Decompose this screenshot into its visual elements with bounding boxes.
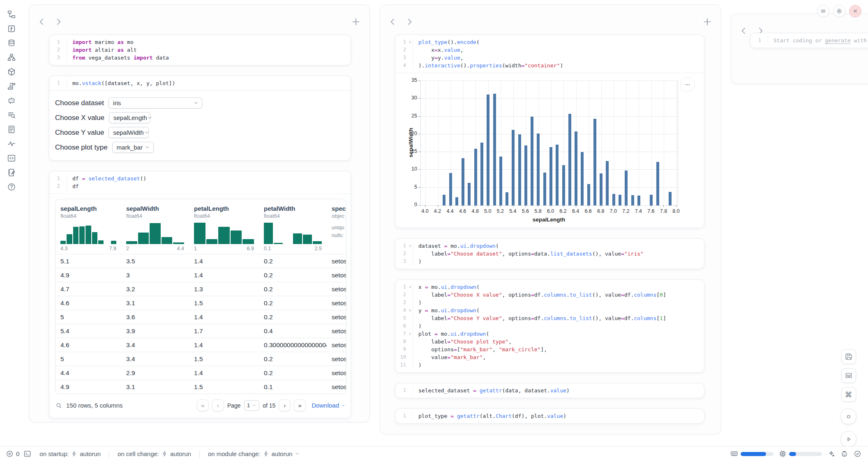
dropdown-dataset[interactable]: iris [108, 97, 202, 108]
chevron-right-icon[interactable] [404, 16, 415, 27]
fold-chevron-icon[interactable]: ∨ [408, 38, 413, 46]
notebook-cell: 1∨dataset = mo.ui.dropdown(2 label="Choo… [395, 238, 704, 269]
table-cell: 5 [55, 310, 121, 324]
code-editor[interactable]: 1plot_type = getattr(alt.Chart(df), plot… [395, 409, 704, 423]
stop-button[interactable] [840, 408, 856, 424]
dropdown-plot-type[interactable]: mark_bar [112, 142, 154, 153]
sidebar-item-chatbot[interactable] [7, 96, 16, 105]
menu-button[interactable] [817, 5, 829, 17]
stop-icon [845, 413, 852, 420]
add-cell-icon[interactable] [351, 16, 361, 27]
error-indicator[interactable]: 0 [6, 450, 19, 458]
layout-button[interactable] [841, 368, 856, 383]
settings-button[interactable] [833, 5, 845, 17]
chart-options-button[interactable] [680, 77, 695, 92]
sidebar-item-packages[interactable] [7, 67, 16, 76]
fold-chevron-icon[interactable]: ∨ [408, 283, 413, 291]
connection-status[interactable] [854, 450, 861, 458]
histogram-bar [150, 223, 161, 244]
column-histogram [194, 223, 254, 244]
copilot-button[interactable] [840, 450, 848, 458]
runtime-config-cell-change[interactable]: on cell change:autorun [113, 450, 195, 457]
command-icon: ⌘ [845, 390, 852, 399]
search-icon[interactable] [55, 402, 62, 409]
table-cell: 1.5 [189, 296, 259, 310]
shutdown-button[interactable] [849, 5, 861, 17]
chart-bar [518, 134, 521, 205]
table-cell: setos [327, 296, 346, 310]
fold-chevron-icon[interactable]: ∨ [408, 330, 413, 338]
page-select[interactable]: 1 [244, 400, 260, 411]
code-editor[interactable]: 1mo.vstack([dataset, x, y, plot]) [49, 76, 351, 90]
sidebar-item-search-logs[interactable] [7, 111, 16, 120]
keyboard-shortcuts-button[interactable]: ⌘ [841, 387, 856, 402]
dropdown-y-value[interactable]: sepalWidth [108, 127, 149, 138]
page-value: 1 [247, 402, 250, 408]
sidebar-item-datasources[interactable] [7, 39, 16, 48]
run-all-button[interactable] [840, 431, 856, 447]
histogram-bar [303, 235, 312, 244]
column-dtype: float64 [60, 213, 116, 219]
run-mode: autorun [272, 450, 293, 457]
chevron-left-icon[interactable] [388, 16, 398, 27]
ai-assist-button[interactable] [827, 450, 835, 458]
last-page-button[interactable]: » [294, 399, 306, 411]
chart-bar [443, 195, 446, 205]
sidebar-item-dependency-graph[interactable] [7, 53, 16, 62]
code-editor[interactable]: 1df = selected_dataset()2df [49, 171, 351, 194]
sidebar-item-logs[interactable] [7, 82, 16, 91]
sidebar-item-scratchpad[interactable] [7, 168, 16, 177]
terminal-button[interactable] [23, 450, 31, 458]
empty-code-cell[interactable]: 1 Start coding or generate with [750, 33, 868, 48]
table-cell: 3.6 [121, 310, 189, 324]
generate-link[interactable]: generate [825, 37, 851, 44]
table-cell: 1.5 [189, 352, 259, 366]
download-button[interactable]: Download [312, 402, 346, 409]
table-row: 5.13.51.40.2setos [55, 254, 346, 268]
sparkles-icon [827, 450, 835, 458]
chevron-left-icon[interactable] [37, 16, 47, 27]
code-editor[interactable]: 1∨dataset = mo.ui.dropdown(2 label="Choo… [395, 239, 704, 269]
chart-bar [625, 171, 628, 205]
sidebar-item-file-tree[interactable] [7, 10, 16, 19]
sidebar-item-tracing[interactable] [7, 139, 16, 148]
code-line: 2df [49, 182, 351, 190]
runtime-config-module-change[interactable]: on module change:autorun [204, 450, 304, 457]
add-cell-icon[interactable] [702, 16, 713, 27]
fold-chevron-icon[interactable]: ∨ [408, 307, 413, 314]
tracing-icon [7, 139, 16, 148]
code-editor[interactable]: 1import marimo as mo2import altair as al… [49, 35, 351, 65]
runtime-config-startup[interactable]: on startup:autorun [35, 450, 105, 457]
code-editor[interactable]: 1selected_dataset = getattr(data, datase… [395, 383, 704, 398]
table-cell: setos [327, 268, 346, 282]
save-icon [845, 353, 852, 360]
sidebar-item-snippets[interactable] [7, 154, 16, 163]
code-editor[interactable]: 1∨plot_type().encode(2 x=x.value,3 y=y.v… [395, 35, 704, 73]
sidebar-item-help[interactable] [7, 182, 16, 191]
table-cell: 3.2 [121, 282, 189, 296]
chevron-left-icon[interactable] [739, 25, 749, 36]
chart-bar [455, 197, 458, 205]
dropdown-x-value[interactable]: sepalLength [109, 112, 150, 123]
prev-page-button[interactable]: ‹ [212, 399, 224, 411]
sidebar-item-documentation[interactable] [7, 125, 16, 134]
table-cell: 1.3 [189, 282, 259, 296]
next-page-button[interactable]: › [279, 399, 291, 411]
chart-bar [587, 184, 590, 205]
histogram-bar [194, 223, 205, 244]
first-page-button[interactable]: « [197, 399, 209, 411]
code-editor[interactable]: 1∨x = mo.ui.dropdown(2 label="Choose X v… [395, 280, 704, 372]
scratchpad-icon [7, 168, 16, 177]
save-button[interactable] [841, 349, 856, 364]
column-dtype: objec [332, 213, 341, 219]
line-number: 3 [395, 258, 408, 265]
fold-chevron-icon[interactable]: ∨ [408, 242, 413, 250]
table-cell: 3.4 [121, 352, 189, 366]
table-cell: 4.9 [55, 380, 121, 394]
code-line: 3) [395, 258, 704, 265]
chevron-right-icon[interactable] [53, 16, 64, 27]
table-cell: 3 [121, 268, 189, 282]
line-number: 1 [49, 79, 62, 87]
line-number: 9 [395, 346, 408, 353]
sidebar-item-functions[interactable] [7, 24, 16, 33]
